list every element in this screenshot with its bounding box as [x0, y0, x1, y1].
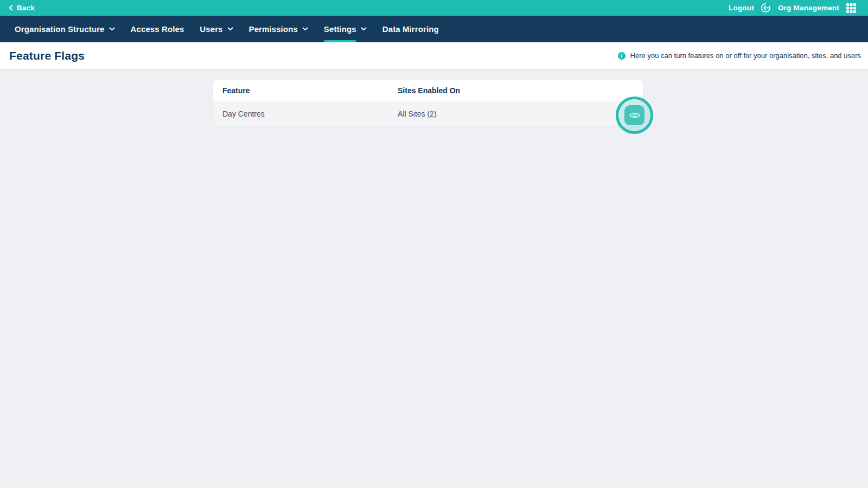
- table-header-row: Feature Sites Enabled On: [213, 80, 643, 101]
- cell-feature: Day Centres: [213, 110, 398, 118]
- nav-label: Users: [200, 24, 222, 34]
- logout-button[interactable]: Logout: [729, 3, 771, 13]
- nav-item-settings[interactable]: Settings: [324, 16, 367, 42]
- view-feature-sites-button[interactable]: [624, 105, 644, 125]
- chevron-down-icon: [109, 27, 115, 31]
- main-nav: Organisation Structure Access Roles User…: [0, 16, 868, 42]
- topbar-right: Logout Org Management: [729, 3, 856, 13]
- table-row: Day Centres All Sites (2): [213, 101, 643, 126]
- nav-item-permissions[interactable]: Permissions: [249, 16, 308, 42]
- eye-icon: [629, 111, 641, 119]
- logout-icon: [761, 3, 771, 13]
- info-note: Here you can turn features on or off for…: [618, 52, 861, 60]
- cell-sites-enabled-on: All Sites (2): [398, 110, 643, 118]
- nav-label: Permissions: [249, 24, 298, 34]
- nav-label: Data Mirroring: [382, 24, 439, 34]
- org-management-label: Org Management: [778, 4, 839, 12]
- back-label: Back: [17, 4, 35, 12]
- nav-item-organisation-structure[interactable]: Organisation Structure: [15, 16, 115, 42]
- nav-label: Access Roles: [131, 24, 184, 34]
- info-text: Here you can turn features on or off for…: [630, 52, 861, 60]
- info-icon: [618, 52, 626, 60]
- page-header: Feature Flags Here you can turn features…: [0, 42, 868, 69]
- apps-grid-icon[interactable]: [846, 3, 856, 13]
- nav-label: Organisation Structure: [15, 24, 105, 34]
- chevron-down-icon: [227, 27, 233, 31]
- back-button[interactable]: Back: [9, 4, 35, 12]
- topbar: Back Logout Org Management: [0, 0, 868, 16]
- org-management-button[interactable]: Org Management: [778, 4, 839, 12]
- chevron-left-icon: [9, 5, 13, 11]
- column-header-sites-enabled-on: Sites Enabled On: [398, 86, 643, 95]
- logout-label: Logout: [729, 4, 754, 12]
- nav-item-access-roles[interactable]: Access Roles: [131, 16, 184, 42]
- nav-item-users[interactable]: Users: [200, 16, 233, 42]
- nav-label: Settings: [324, 24, 356, 34]
- content-area: Feature Sites Enabled On Day Centres All…: [0, 70, 868, 488]
- column-header-feature: Feature: [213, 86, 398, 95]
- chevron-down-icon: [302, 27, 308, 31]
- page-title: Feature Flags: [9, 49, 85, 62]
- feature-flags-table: Feature Sites Enabled On Day Centres All…: [213, 80, 643, 126]
- chevron-down-icon: [361, 27, 367, 31]
- nav-item-data-mirroring[interactable]: Data Mirroring: [382, 16, 439, 42]
